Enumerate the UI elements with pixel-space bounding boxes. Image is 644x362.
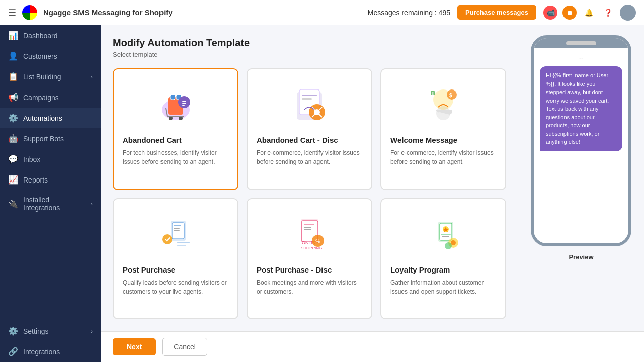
page-subtitle: Select template xyxy=(113,51,506,58)
svg-rect-13 xyxy=(302,98,312,100)
app-logo xyxy=(22,5,37,20)
message-bubble: Hi {{% first_name or User %}}. It looks … xyxy=(540,66,622,151)
sidebar-item-label: Dashboard xyxy=(23,32,58,40)
card-image-post-purchase-disc: ONLINE SHOPPING % xyxy=(257,209,362,259)
chevron-right-icon: › xyxy=(91,328,93,334)
svg-rect-43 xyxy=(442,236,449,237)
svg-point-46 xyxy=(445,242,452,249)
svg-rect-2 xyxy=(170,95,175,100)
svg-rect-5 xyxy=(182,101,186,102)
template-card-welcome-message[interactable]: $ $ Welcome Message For e-commerce, iden… xyxy=(380,68,506,190)
bell-icon[interactable]: 🔔 xyxy=(582,6,596,20)
card-title-3: Post Purchase xyxy=(123,265,175,274)
preview-panel: -- Hi {{% first_name or User %}}. It loo… xyxy=(518,25,644,331)
sidebar-item-label: Installed Integrations xyxy=(23,196,86,212)
reports-icon: 📈 xyxy=(8,175,18,185)
sidebar-item-label: Campaigns xyxy=(23,94,59,102)
chevron-right-icon: › xyxy=(91,201,93,207)
record-icon[interactable]: ⏺ xyxy=(562,6,577,20)
svg-rect-26 xyxy=(174,230,180,231)
svg-rect-33 xyxy=(304,227,311,228)
next-button[interactable]: Next xyxy=(113,338,156,355)
card-title-1: Abandoned Cart - Disc xyxy=(257,136,338,144)
sidebar-item-label: Customers xyxy=(23,52,57,60)
sidebar-item-label: Support Bots xyxy=(23,135,64,143)
template-card-abandoned-cart-disc[interactable]: Abandoned Cart - Disc For e-commerce, id… xyxy=(247,68,372,190)
phone-notch-bar xyxy=(566,41,596,45)
sidebar-item-label: Reports xyxy=(23,176,48,184)
svg-rect-24 xyxy=(174,225,181,226)
sidebar-item-campaigns[interactable]: 📢 Campaigns xyxy=(0,87,101,108)
sidebar-item-integrations[interactable]: 🔗 Integrations xyxy=(0,341,101,362)
campaigns-icon: 📢 xyxy=(8,93,18,102)
app-title: Ngagge SMS Messaging for Shopify xyxy=(43,8,173,17)
topbar-left: ☰ Ngagge SMS Messaging for Shopify xyxy=(8,5,173,20)
svg-text:%: % xyxy=(315,238,320,244)
card-title-5: Loyalty Program xyxy=(390,265,450,274)
card-desc-2: For e-commerce, identify visitor issues … xyxy=(390,148,496,166)
card-image-abandoned-cart-disc xyxy=(257,79,362,130)
template-grid: Abandoned Cart For tech businesses, iden… xyxy=(113,68,506,319)
sidebar-item-label: Inbox xyxy=(23,155,40,163)
help-icon[interactable]: ❓ xyxy=(601,6,615,20)
sidebar-item-settings[interactable]: ⚙️ Settings › xyxy=(0,321,101,341)
template-area: Modify Automation Template Select templa… xyxy=(101,25,518,331)
svg-point-8 xyxy=(169,116,173,120)
card-image-post-purchase xyxy=(123,209,228,259)
integrations-bottom-icon: 🔗 xyxy=(8,347,18,356)
card-desc-0: For tech businesses, identify visitor is… xyxy=(123,148,228,166)
sidebar-item-label: Settings xyxy=(23,327,49,335)
card-desc-4: Book meetings and more with visitors or … xyxy=(257,278,362,296)
sidebar-item-label: Automations xyxy=(23,114,62,122)
settings-icon: ⚙️ xyxy=(8,326,18,336)
topbar-icons: 📹 ⏺ 🔔 ❓ xyxy=(543,5,636,21)
svg-point-27 xyxy=(162,234,172,244)
messages-remaining: Messages remaining : 495 xyxy=(368,9,450,17)
svg-rect-6 xyxy=(182,103,186,104)
sidebar-item-inbox[interactable]: 💬 Inbox xyxy=(0,149,101,169)
sidebar-item-dashboard[interactable]: 📊 Dashboard xyxy=(0,25,101,46)
svg-point-4 xyxy=(178,96,190,108)
purchase-messages-button[interactable]: Purchase messages xyxy=(457,5,536,20)
topbar-right: Messages remaining : 495 Purchase messag… xyxy=(368,5,636,21)
svg-rect-42 xyxy=(441,234,451,235)
card-desc-5: Gather information about customer issues… xyxy=(390,278,496,296)
content-area: Modify Automation Template Select templa… xyxy=(101,25,644,362)
template-card-loyalty-program[interactable]: Loyalty Program Gather information about… xyxy=(380,198,506,320)
svg-rect-25 xyxy=(174,228,180,229)
card-image-abandoned-cart xyxy=(123,79,228,130)
template-card-abandoned-cart[interactable]: Abandoned Cart For tech businesses, iden… xyxy=(113,68,238,190)
card-title-0: Abandoned Cart xyxy=(123,136,182,144)
sidebar-item-installed-integrations[interactable]: 🔌 Installed Integrations › xyxy=(0,190,101,217)
phone-body: -- Hi {{% first_name or User %}}. It loo… xyxy=(534,48,628,243)
svg-rect-7 xyxy=(182,105,185,106)
svg-rect-12 xyxy=(302,95,317,96)
preview-label: Preview xyxy=(569,253,593,261)
sidebar-item-reports[interactable]: 📈 Reports xyxy=(0,169,101,190)
cancel-button[interactable]: Cancel xyxy=(162,338,207,356)
svg-point-9 xyxy=(179,116,183,120)
avatar[interactable] xyxy=(620,5,636,21)
card-image-welcome-message: $ $ xyxy=(390,79,496,130)
card-title-4: Post Purchase - Disc xyxy=(257,265,332,274)
sidebar-item-list-building[interactable]: 📋 List Building › xyxy=(0,66,101,87)
inbox-icon: 💬 xyxy=(8,154,18,164)
card-desc-3: Qualify leads before sending visitors or… xyxy=(123,278,228,296)
support-bots-icon: 🤖 xyxy=(8,134,18,143)
sidebar-item-support-bots[interactable]: 🤖 Support Bots xyxy=(0,128,101,149)
phone-notch xyxy=(534,38,628,48)
list-building-icon: 📋 xyxy=(8,72,18,81)
svg-rect-32 xyxy=(304,224,314,225)
sidebar: 📊 Dashboard 👤 Customers 📋 List Building … xyxy=(0,25,101,362)
sidebar-item-customers[interactable]: 👤 Customers xyxy=(0,46,101,66)
bottom-bar: Next Cancel xyxy=(101,331,644,362)
page-area: Modify Automation Template Select templa… xyxy=(101,25,644,331)
sidebar-item-automations[interactable]: ⚙️ Automations xyxy=(0,108,101,128)
template-card-post-purchase[interactable]: Post Purchase Qualify leads before sendi… xyxy=(113,198,238,320)
video-icon[interactable]: 📹 xyxy=(543,6,557,20)
phone-dashes: -- xyxy=(540,54,622,61)
card-title-2: Welcome Message xyxy=(390,136,457,144)
svg-rect-28 xyxy=(177,242,190,243)
template-card-post-purchase-disc[interactable]: ONLINE SHOPPING % Post Purchase - Disc B… xyxy=(247,198,372,320)
hamburger-icon[interactable]: ☰ xyxy=(8,7,16,18)
